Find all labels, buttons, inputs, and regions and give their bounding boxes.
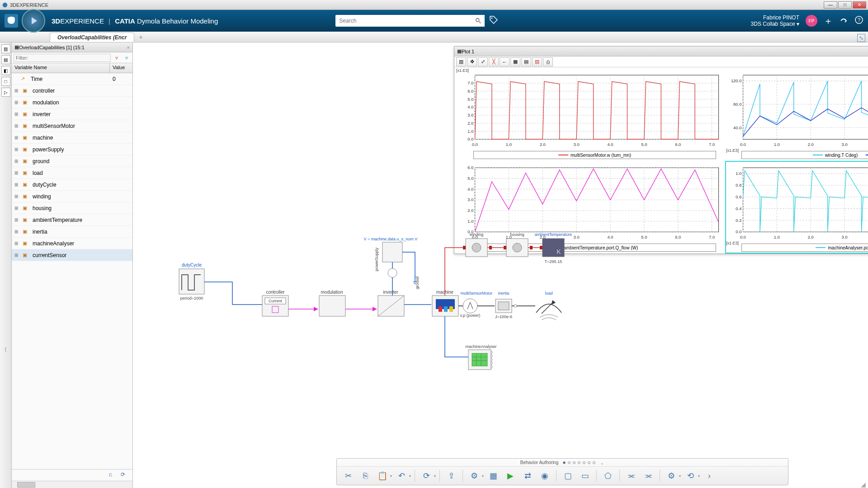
variable-row-inverter[interactable]: ⊞▣inverter [12,108,132,120]
share-icon[interactable] [839,15,848,27]
variable-row-housing[interactable]: ⊞▣housing [12,202,132,214]
help-icon[interactable]: ? [854,15,863,27]
variable-row-multiSensorMotor[interactable]: ⊞▣multiSensorMotor [12,120,132,132]
col-value[interactable]: Value [110,63,132,73]
stop-button[interactable]: ▢ [560,469,576,483]
export-button[interactable]: ⇪ [443,469,459,483]
next-button[interactable]: › [702,469,717,483]
play-button[interactable]: ▶ [503,469,518,483]
block-modulation[interactable] [319,296,345,316]
model-canvas[interactable]: ▦ Plot 1 — × ▥ ✥ ⤢ ╳ ← ▦ ▤ ▨ ⎙ 0.01.02.0… [133,42,868,488]
plot-window-titlebar[interactable]: ▦ Plot 1 — × [454,47,868,56]
expand-button[interactable]: ⤡ [857,34,865,42]
window-maximize-button[interactable]: □ [838,1,852,9]
paste-button[interactable]: 📋 [375,469,390,483]
run-button[interactable]: ◉ [537,469,552,483]
block-load[interactable] [536,300,561,320]
filter-apply-icon[interactable]: ▿ [123,54,131,62]
vtb-btn-5[interactable]: ▷ [1,88,10,97]
block-multiSensorMotor[interactable] [463,299,477,313]
panel-close-icon[interactable]: × [127,45,130,50]
plot-tool-move[interactable]: ✥ [467,57,477,66]
block-ambientTemperature[interactable] [542,239,564,257]
vtb-btn-4[interactable]: □ [1,77,10,86]
plot-tool-delete[interactable]: ▨ [532,57,542,66]
copy-button[interactable]: ⎘ [358,469,373,483]
variable-tree[interactable]: ↗Time0⊞▣controller⊞▣modulation⊞▣inverter… [12,73,132,469]
variable-row-inertia[interactable]: ⊞▣inertia [12,226,132,238]
vtb-btn-2[interactable]: ▤ [1,55,10,64]
plot-tool-back[interactable]: ← [500,57,509,66]
panel-hscrollbar[interactable] [12,481,132,488]
variable-row-currentSensor[interactable]: ⊞▣currentSensor [12,249,132,261]
window-close-button[interactable]: ✕ [853,1,866,9]
variable-row-modulation[interactable]: ⊞▣modulation [12,97,132,108]
resize-handle-icon[interactable]: ◢ [861,481,867,487]
variable-row-controller[interactable]: ⊞▣controller [12,85,132,97]
actionbar-chevron-icon[interactable]: ⌄ [600,460,604,466]
tag-icon[interactable] [489,15,498,27]
tab-overload-capabilities[interactable]: OverloadCapabilities (Encr [50,33,134,42]
variable-row-powerSupply[interactable]: ⊞▣powerSupply [12,144,132,155]
page-dot-1[interactable] [563,461,566,464]
plot-tool-grid1[interactable]: ▦ [510,57,520,66]
simulate-button[interactable]: ⚙ [467,469,482,483]
chart-1[interactable]: 0.01.02.03.04.05.06.07.00.01.02.03.04.05… [459,70,723,159]
page-dot-2[interactable] [568,461,571,464]
blocks-button[interactable]: ▭ [577,469,593,483]
variable-row-load[interactable]: ⊞▣load [12,167,132,179]
svg-text:4.0: 4.0 [607,142,613,147]
page-dot-5[interactable] [583,461,585,464]
label-controller: controller [266,290,285,295]
compass-play-button[interactable] [22,9,45,33]
variable-row-machine[interactable]: ⊞▣machine [12,132,132,144]
avatar[interactable]: FP [806,15,817,27]
cut-button[interactable]: ✂ [340,469,356,483]
variable-filter-input[interactable] [14,54,111,62]
variable-row-machineAnalyser[interactable]: ⊞▣machineAnalyser [12,238,132,249]
refresh-button[interactable]: ⟳ [419,469,434,483]
plot-tool-export[interactable]: ⎙ [543,57,553,66]
chart-4[interactable]: 0.00.20.40.60.81.00.01.02.03.04.05.06.07… [727,163,868,252]
page-dot-4[interactable] [578,461,580,464]
page-dot-3[interactable] [573,461,576,464]
variable-row-Time[interactable]: ↗Time0 [12,73,132,85]
user-info[interactable]: Fabrice PINOT 3DS Collab Space ▾ [751,14,799,28]
page-dot-7[interactable] [593,461,595,464]
link2-button[interactable]: ⫘ [641,469,656,483]
shape-button[interactable]: ⬠ [600,469,616,483]
foot-btn-2[interactable]: ⟳ [121,471,130,479]
plot-tool-grid2[interactable]: ▤ [521,57,531,66]
ds-logo-icon[interactable] [5,14,18,28]
foot-btn-1[interactable]: ⎌ [109,471,118,479]
settings-button[interactable]: ⚙ [664,469,679,483]
add-icon[interactable]: ＋ [824,15,833,27]
translate-button[interactable]: ⇄ [520,469,535,483]
plot-tool-layout[interactable]: ▥ [456,57,466,66]
check-button[interactable]: ▦ [486,469,501,483]
variable-row-winding[interactable]: ⊞▣winding [12,191,132,202]
window-minimize-button[interactable]: — [824,1,837,9]
block-powerSupply[interactable] [382,242,402,262]
block-currentSensor[interactable] [388,268,397,277]
reload-button[interactable]: ⟲ [683,469,698,483]
plot-tool-zoom[interactable]: ⤢ [478,57,488,66]
vtb-btn-1[interactable]: ▥ [1,44,10,53]
plot-tool-cross[interactable]: ╳ [489,57,499,66]
svg-text:1.0: 1.0 [467,129,473,134]
search-input[interactable] [335,15,485,27]
collapse-panel-icon[interactable]: ⟨ [5,346,7,352]
variable-row-ambientTemperature[interactable]: ⊞▣ambientTemperature [12,214,132,226]
page-dot-6[interactable] [588,461,590,464]
col-variable-name[interactable]: Variable Name [12,63,110,73]
search-button[interactable] [472,15,485,27]
chart-2[interactable]: 40.080.0120.00.01.02.03.04.05.06.07.0[x1… [727,70,868,159]
svg-text:0.8: 0.8 [736,183,741,188]
variable-row-ground[interactable]: ⊞▣ground [12,155,132,167]
link1-button[interactable]: ⫘ [623,469,639,483]
tab-add-button[interactable]: + [135,32,146,42]
vtb-btn-3[interactable]: ◧ [1,66,10,75]
variable-row-dutyCycle[interactable]: ⊞▣dutyCycle [12,179,132,191]
filter-clear-icon[interactable]: ▿ [113,54,121,62]
undo-button[interactable]: ↶ [394,469,409,483]
